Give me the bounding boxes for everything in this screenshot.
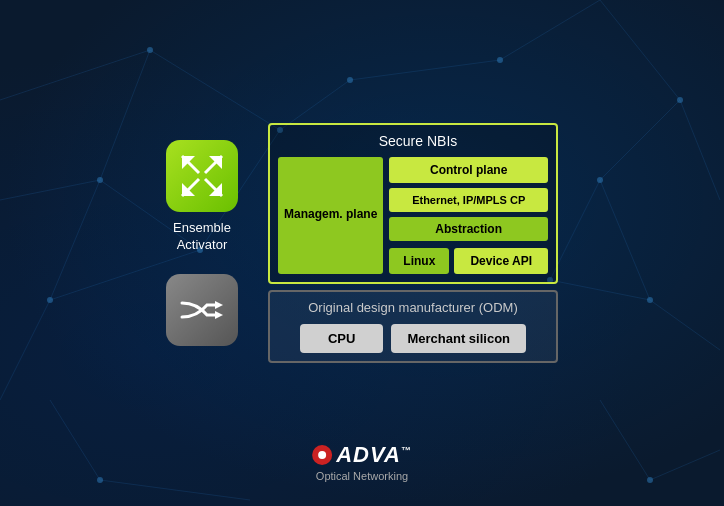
right-stack: Control plane Ethernet, IP/MPLS CP Abstr… <box>389 157 548 274</box>
adva-logo: ADVA™ Optical Networking <box>312 442 412 482</box>
main-content: Ensemble Activator <box>0 0 724 506</box>
cpu-box: CPU <box>300 324 383 353</box>
linux-box: Linux <box>389 248 449 274</box>
adva-logo-row: ADVA™ <box>312 442 412 468</box>
abstraction-box: Abstraction <box>389 217 548 241</box>
adva-dot-inner <box>318 451 326 459</box>
odm-boxes: CPU Merchant silicon <box>280 324 546 353</box>
secure-nbis-container: Secure NBIs Managem. plane Control plane… <box>268 123 558 284</box>
ensemble-activator-label: Ensemble Activator <box>173 220 231 254</box>
device-api-box: Device API <box>454 248 548 274</box>
adva-brand-text: ADVA™ <box>336 442 412 468</box>
left-icons-column: Ensemble Activator <box>166 140 238 346</box>
adva-trademark: ™ <box>401 445 412 456</box>
bottom-row: Linux Device API <box>389 248 548 274</box>
ensemble-activator-block: Ensemble Activator <box>166 140 238 254</box>
management-plane-box: Managem. plane <box>278 157 383 274</box>
secure-nbis-inner: Managem. plane Control plane Ethernet, I… <box>278 157 548 274</box>
control-plane-box: Control plane <box>389 157 548 183</box>
svg-marker-44 <box>215 311 223 319</box>
merchant-silicon-box: Merchant silicon <box>391 324 526 353</box>
ensemble-activator-icon <box>166 140 238 212</box>
ethernet-box: Ethernet, IP/MPLS CP <box>389 188 548 212</box>
odm-title: Original design manufacturer (ODM) <box>280 300 546 317</box>
odm-icon <box>166 274 238 346</box>
diagram-layout: Ensemble Activator <box>166 123 558 364</box>
right-diagram-area: Secure NBIs Managem. plane Control plane… <box>268 123 558 364</box>
secure-nbis-label: Secure NBIs <box>278 133 548 149</box>
adva-subtitle: Optical Networking <box>316 470 408 482</box>
svg-marker-45 <box>215 301 223 309</box>
odm-container: Original design manufacturer (ODM) CPU M… <box>268 290 558 364</box>
adva-dot-icon <box>312 445 332 465</box>
